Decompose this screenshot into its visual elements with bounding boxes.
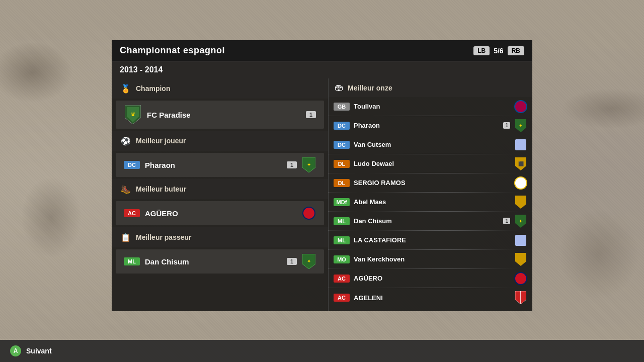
best-passer-icon: 📋 [120,231,132,243]
content-area: 🏅 Champion ♛ FC Pa [112,78,532,311]
pos-mdf-5: MDf [334,198,350,206]
club-1: ✦ [514,119,527,132]
champion-rating: 1 [306,111,316,118]
lineup-name-0: Toulivan [354,103,510,110]
svg-text:✦: ✦ [519,219,523,224]
best-eleven-icon: 🏟 [335,82,344,93]
lineup-row-5: MDf Abel Maes [329,193,532,212]
panel-header: Championnat espagnol LB 5/6 RB [112,40,532,61]
rb-button[interactable]: RB [508,46,524,55]
lineup-name-10: AGELENI [354,294,510,302]
lineup-name-5: Abel Maes [354,198,510,206]
pos-mo-8: MO [334,255,350,263]
svg-rect-7 [515,235,526,246]
lineup-name-7: LA CASTAFIORE [354,236,510,244]
suivant-label: Suivant [26,347,52,355]
lineup-row-7: ML LA CASTAFIORE [329,231,532,250]
svg-rect-4 [515,139,526,150]
lineup-name-4: SERGIO RAMOS [354,179,510,187]
club-7 [514,234,527,247]
champion-section-header: 🏅 Champion [112,78,328,99]
svg-text:✦: ✦ [519,123,523,128]
pos-dl-3: DL [334,160,350,168]
best-scorer-name: AGÜERO [145,209,297,218]
best-scorer-title: Meilleur buteur [136,185,186,193]
lineup-name-1: Pharaon [354,122,499,129]
pos-dl-4: DL [334,179,350,187]
best-player-row: DC Pharaon 1 ✦ [116,153,324,177]
best-player-title: Meilleur joueur [136,137,186,145]
main-panel: Championnat espagnol LB 5/6 RB 2013 - 20… [112,40,532,311]
lineup-name-8: Van Kerckhoven [354,255,510,263]
club-4 [514,176,527,190]
pos-ac-10: AC [334,294,350,302]
best-passer-row: ML Dan Chisum 1 ✦ [116,249,324,274]
pos-ml-6: ML [334,217,350,225]
best-eleven-title: Meilleur onze [348,84,392,92]
year-label: 2013 - 2014 [112,61,532,78]
champion-row: ♛ FC Paradise 1 [116,101,324,129]
left-column: 🏅 Champion ♛ FC Pa [112,78,328,311]
club-8 [514,253,527,266]
lineup-badge-6: 1 [503,218,510,224]
club-10 [514,291,527,304]
club-6: ✦ [514,215,527,228]
club-2 [514,138,527,151]
paradise-badge: ♛ [124,106,142,124]
best-scorer-icon: 🥾 [120,183,132,195]
best-scorer-club [302,206,316,220]
right-column: 🏟 Meilleur onze GB Toulivan DC Pharaon 1… [328,78,532,311]
lineup-name-9: AGÜERO [354,275,510,282]
lineup-row-4: DL SERGIO RAMOS [329,173,532,193]
best-passer-club: ✦ [302,254,316,268]
best-player-header: ⚽ Meilleur joueur [112,131,328,151]
pos-ac-9: AC [334,275,350,283]
lineup-row-6: ML Dan Chisum 1 ✦ [329,212,532,231]
lineup-row-10: AC AGELENI [329,288,532,307]
lineup-row-3: DL Ludo Dewael ⬛ [329,154,532,173]
lineup-name-3: Ludo Dewael [354,160,510,167]
lineup-badge-1: 1 [503,122,510,129]
champion-name: FC Paradise [147,111,301,119]
club-5 [514,196,527,209]
svg-text:⬛: ⬛ [518,161,524,167]
pos-ml-7: ML [334,236,350,244]
best-eleven-header: 🏟 Meilleur onze [329,78,532,97]
lineup-name-2: Van Cutsem [354,141,510,148]
best-player-name: Pharaon [145,161,282,169]
button-a-label: A [14,347,18,354]
champion-title: Champion [136,84,170,93]
pos-gb-0: GB [334,103,350,111]
pos-dc-2: DC [334,141,350,149]
lineup-row-0: GB Toulivan [329,97,532,116]
best-passer-header: 📋 Meilleur passeur [112,227,328,247]
best-passer-name: Dan Chisum [145,257,282,266]
best-player-icon: ⚽ [120,135,132,147]
lineup-row-1: DC Pharaon 1 ✦ [329,116,532,135]
best-player-pos: DC [124,161,140,169]
club-3: ⬛ [514,157,527,170]
best-passer-title: Meilleur passeur [136,233,192,241]
nav-buttons: LB 5/6 RB [473,46,524,55]
svg-text:✦: ✦ [307,258,311,264]
best-scorer-row: AC AGÜERO [116,201,324,225]
champion-icon: 🏅 [120,82,132,95]
best-passer-pos: ML [124,257,140,265]
club-0 [514,100,527,113]
club-9 [514,272,527,285]
best-scorer-pos: AC [124,209,140,217]
lb-button[interactable]: LB [473,46,490,55]
lineup-row-2: DC Van Cutsem [329,135,532,154]
best-scorer-header: 🥾 Meilleur buteur [112,179,328,199]
best-passer-rating: 1 [287,258,297,265]
pos-dc-1: DC [334,122,350,130]
nav-page: 5/6 [494,47,503,55]
svg-text:✦: ✦ [307,162,311,167]
svg-text:♛: ♛ [130,111,136,118]
best-player-rating: 1 [287,161,297,168]
suivant-button-icon[interactable]: A [10,345,21,356]
best-player-club: ✦ [302,158,316,172]
panel-title: Championnat espagnol [120,45,225,56]
lineup-name-6: Dan Chisum [354,217,499,225]
bottom-bar: A Suivant [0,340,644,362]
